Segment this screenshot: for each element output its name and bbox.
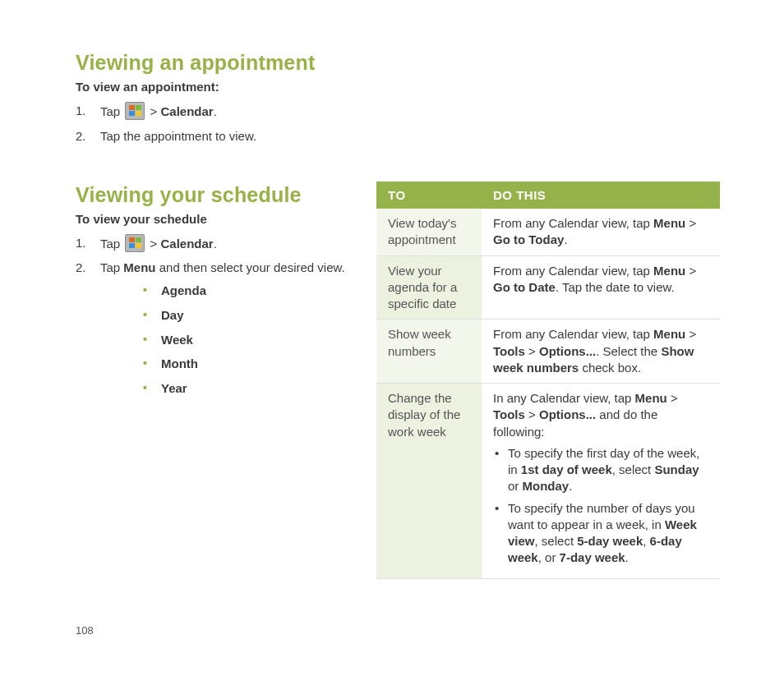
cell-text: From any Calendar view, tap bbox=[493, 264, 653, 278]
cell-text: . bbox=[564, 232, 567, 246]
ui-label: Menu bbox=[635, 391, 667, 405]
table-header-do: DO THIS bbox=[482, 182, 720, 209]
cell-text: > bbox=[685, 264, 696, 278]
step-text: . bbox=[214, 104, 217, 118]
step-text: > bbox=[146, 237, 160, 251]
step-item: Tap Menu and then select your desired vi… bbox=[76, 259, 353, 398]
step-text: . bbox=[214, 237, 217, 251]
ui-label: 7-day week bbox=[560, 550, 625, 564]
cell-text: From any Calendar view, tap bbox=[493, 216, 653, 230]
cell-text: > bbox=[525, 407, 539, 421]
table-cell-to: Change the display of the work week bbox=[376, 384, 482, 579]
ui-label: Monday bbox=[523, 479, 570, 493]
ui-label: Calendar bbox=[160, 104, 213, 118]
table-row: View your agenda for a specific date Fro… bbox=[376, 255, 720, 320]
view-option: Month bbox=[138, 355, 353, 373]
step-text: Tap bbox=[100, 260, 123, 274]
cell-text: . bbox=[569, 479, 572, 493]
step-text: and then select your desired view. bbox=[156, 260, 345, 274]
windows-start-icon bbox=[125, 102, 145, 120]
ui-label: 1st day of week bbox=[521, 462, 612, 476]
ui-label: Sunday bbox=[654, 462, 699, 476]
step-item: Tap > Calendar. bbox=[76, 234, 353, 253]
ui-label: Options... bbox=[539, 407, 596, 421]
cell-text: > bbox=[525, 344, 539, 358]
cell-text: , or bbox=[538, 550, 560, 564]
cell-text: , select bbox=[535, 534, 578, 548]
subheading: To view your schedule bbox=[76, 212, 353, 226]
ui-label: 5-day week bbox=[577, 534, 643, 548]
step-item: Tap > Calendar. bbox=[76, 102, 353, 121]
step-text: Tap bbox=[100, 237, 123, 251]
table-cell-to: View today's appointment bbox=[376, 209, 482, 255]
ui-label: Tools bbox=[493, 407, 525, 421]
table-cell-do: From any Calendar view, tap Menu > Tools… bbox=[482, 320, 720, 384]
subheading: To view an appointment: bbox=[76, 80, 353, 94]
view-option: Year bbox=[138, 379, 353, 398]
cell-text: > bbox=[685, 216, 696, 230]
ui-label: Go to Today bbox=[493, 232, 564, 246]
ui-label: Menu bbox=[653, 264, 685, 278]
table-cell-to: View your agenda for a specific date bbox=[376, 255, 482, 320]
ui-label: Tools bbox=[493, 344, 525, 358]
cell-text: In any Calendar view, tap bbox=[493, 391, 635, 405]
page-number: 108 bbox=[76, 624, 94, 637]
cell-text: check box. bbox=[579, 361, 641, 375]
section-heading-viewing-appointment: Viewing an appointment bbox=[76, 51, 353, 75]
view-option: Week bbox=[138, 331, 353, 349]
bullet-item: To specify the number of days you want t… bbox=[493, 500, 710, 567]
ui-label: Calendar bbox=[160, 237, 213, 251]
cell-text: > bbox=[685, 327, 696, 341]
ui-label: Menu bbox=[653, 327, 685, 341]
reference-table: TO DO THIS View today's appointment From… bbox=[376, 182, 720, 579]
ui-label: Menu bbox=[123, 260, 155, 274]
cell-text: . Tap the date to view. bbox=[556, 280, 675, 294]
step-item: Tap the appointment to view. bbox=[76, 127, 353, 145]
cell-text: . Select the bbox=[596, 344, 661, 358]
table-cell-do: From any Calendar view, tap Menu > Go to… bbox=[482, 209, 720, 255]
windows-start-icon bbox=[125, 234, 145, 252]
cell-text: > bbox=[667, 391, 678, 405]
ui-label: Go to Date bbox=[493, 280, 556, 294]
ui-label: Options... bbox=[539, 344, 596, 358]
table-header-to: TO bbox=[376, 182, 482, 209]
cell-text: . bbox=[625, 550, 629, 564]
ui-label: Menu bbox=[653, 216, 685, 230]
bullet-item: To specify the first day of the week, in… bbox=[493, 445, 710, 495]
table-cell-do: From any Calendar view, tap Menu > Go to… bbox=[482, 255, 720, 320]
cell-text: , select bbox=[612, 462, 655, 476]
table-row: Change the display of the work week In a… bbox=[376, 384, 720, 579]
table-cell-do: In any Calendar view, tap Menu > Tools >… bbox=[482, 384, 720, 579]
section-heading-viewing-schedule: Viewing your schedule bbox=[76, 183, 353, 207]
view-option: Agenda bbox=[138, 282, 353, 300]
cell-text: or bbox=[508, 479, 523, 493]
step-text: Tap bbox=[100, 104, 123, 118]
cell-text: , bbox=[643, 534, 649, 548]
table-row: Show week numbers From any Calendar view… bbox=[376, 320, 720, 384]
step-text: > bbox=[146, 104, 160, 118]
cell-text: From any Calendar view, tap bbox=[493, 327, 653, 341]
table-row: View today's appointment From any Calend… bbox=[376, 209, 720, 255]
table-cell-to: Show week numbers bbox=[376, 320, 482, 384]
view-option: Day bbox=[138, 306, 353, 324]
